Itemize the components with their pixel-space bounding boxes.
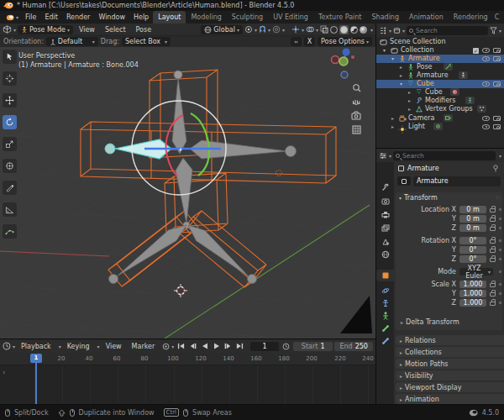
tab-object[interactable] (376, 270, 394, 281)
animate-dot-icon[interactable] (499, 292, 501, 295)
drag-handle-icon[interactable] (496, 194, 500, 202)
workspace-tab-texture-paint[interactable]: Texture Paint (313, 11, 367, 24)
outliner-row-cube-data[interactable]: Cube (376, 88, 504, 97)
lock-icon[interactable] (490, 302, 496, 306)
move-tool-button[interactable] (3, 93, 17, 108)
timeline-tracks[interactable] (0, 365, 375, 404)
lock-icon[interactable] (490, 208, 496, 213)
tab-physics[interactable] (379, 285, 391, 297)
end-frame-field[interactable]: End250 (334, 342, 373, 351)
workspace-tab-overflow[interactable]: C (493, 11, 501, 24)
properties-search-input[interactable] (402, 152, 493, 160)
scale-y-field[interactable]: 1.000 (459, 290, 486, 297)
workspace-tab-shading[interactable]: Shading (367, 11, 405, 24)
menu-view[interactable]: View (75, 26, 99, 34)
annotate-tool-button[interactable] (3, 181, 17, 195)
menu-window[interactable]: Window (94, 13, 129, 21)
outliner-search[interactable] (407, 26, 488, 35)
animate-dot-icon[interactable] (499, 218, 501, 220)
menu-file[interactable]: File (21, 13, 40, 21)
tab-tool[interactable] (379, 181, 391, 193)
render-visibility-icon[interactable] (493, 81, 501, 87)
hide-eye-icon[interactable] (482, 81, 490, 87)
timeline-editor-type-button[interactable] (3, 342, 15, 350)
outliner-row-modifiers[interactable]: Modifiers (376, 97, 504, 105)
breadcrumb-object[interactable]: Armature (407, 165, 439, 172)
workspace-tab-rendering[interactable]: Rendering (449, 11, 493, 24)
pin-icon[interactable] (492, 165, 499, 172)
animate-dot-icon[interactable] (499, 270, 501, 273)
jump-to-start-button[interactable] (176, 342, 186, 351)
render-visibility-icon[interactable] (493, 124, 501, 129)
tab-world[interactable] (379, 249, 391, 260)
xray-toggle[interactable] (320, 25, 328, 34)
hide-eye-icon[interactable] (482, 56, 490, 61)
shading-rendered-button[interactable] (360, 26, 367, 34)
next-keyframe-button[interactable] (223, 342, 234, 351)
shading-material-button[interactable] (350, 26, 358, 34)
workspace-tab-modeling[interactable]: Modeling (186, 11, 226, 24)
workspace-tab-sculpting[interactable]: Sculpting (227, 11, 268, 24)
hide-eye-icon[interactable] (482, 48, 490, 53)
shading-solid-button[interactable] (339, 25, 349, 34)
panel-relations[interactable]: Relations (396, 335, 504, 345)
scale-z-field[interactable]: 1.000 (459, 299, 486, 307)
workspace-tab-animation[interactable]: Animation (404, 11, 449, 24)
use-preview-range-button[interactable] (282, 343, 290, 350)
outliner-row-cube-object[interactable]: Cube (376, 80, 504, 88)
timeline-ruler[interactable]: 20 40 60 80 100 120 140 160 180 200 220 … (0, 353, 375, 365)
mode-selector[interactable]: Pose Mode (18, 25, 73, 34)
auto-key-button[interactable] (162, 343, 174, 350)
pose-options-dropdown[interactable]: Pose Options (318, 37, 372, 46)
render-visibility-icon[interactable] (493, 56, 501, 61)
lock-icon[interactable] (490, 249, 496, 253)
panel-visibility[interactable]: Visibility (396, 370, 504, 381)
workspace-tab-layout[interactable]: Layout (153, 11, 186, 24)
menu-pose[interactable]: Pose (132, 26, 156, 34)
tab-bone[interactable] (379, 323, 391, 334)
object-id-dropdown[interactable] (397, 176, 411, 186)
lock-icon[interactable] (490, 227, 496, 231)
location-z-field[interactable]: 0 m (459, 224, 486, 232)
animate-dot-icon[interactable] (499, 239, 501, 242)
outliner-row-armature-data[interactable]: Armature (376, 71, 504, 80)
outliner-search-input[interactable] (416, 27, 486, 34)
object-name-field[interactable]: Armature (413, 176, 501, 186)
panel-viewport-display[interactable]: Viewport Display (396, 382, 504, 392)
collapse-arrow-icon[interactable] (3, 369, 5, 376)
properties-options-button[interactable] (497, 152, 501, 160)
outliner-display-mode-button[interactable] (393, 27, 405, 34)
pivot-point-button[interactable] (244, 25, 257, 34)
play-reverse-button[interactable] (199, 342, 210, 351)
menu-view-timeline[interactable]: View (102, 343, 126, 350)
rotate-tool-button[interactable] (3, 115, 17, 129)
menu-select[interactable]: Select (101, 26, 130, 34)
play-button[interactable] (211, 342, 222, 351)
tab-scene[interactable] (379, 235, 391, 247)
menu-marker[interactable]: Marker (128, 343, 160, 350)
location-y-field[interactable]: 0 m (459, 215, 486, 223)
workspace-tab-uv-editing[interactable]: UV Editing (268, 11, 313, 24)
animate-dot-icon[interactable] (499, 227, 501, 229)
show-gizmo-button[interactable] (291, 25, 304, 34)
lock-icon[interactable] (490, 283, 496, 287)
outliner-row-collection[interactable]: Collection (376, 46, 504, 55)
viewport-canvas[interactable] (0, 47, 375, 339)
outliner-editor-type-button[interactable] (379, 27, 391, 34)
tab-object-data[interactable] (379, 310, 391, 322)
panel-motion-paths[interactable]: Motion Paths (396, 359, 504, 369)
delta-transform-header[interactable]: Delta Transform (401, 318, 459, 326)
collection-checkbox[interactable] (473, 48, 479, 54)
transform-tool-button[interactable] (3, 159, 17, 173)
tab-object-constraints[interactable] (379, 297, 391, 309)
lock-icon[interactable] (490, 239, 496, 244)
transform-orientation-selector[interactable]: Global (201, 25, 243, 34)
tab-view-layer[interactable] (379, 222, 391, 234)
cursor-tool-button[interactable] (3, 71, 17, 86)
rotation-mode-dropdown[interactable]: XYZ Euler (459, 268, 493, 276)
render-visibility-icon[interactable] (493, 116, 501, 121)
mirror-x-toggle[interactable]: X (304, 37, 315, 46)
outliner-row-camera[interactable]: Camera (376, 114, 504, 123)
rotation-z-field[interactable]: 0° (459, 255, 486, 263)
show-overlays-button[interactable] (306, 25, 318, 34)
